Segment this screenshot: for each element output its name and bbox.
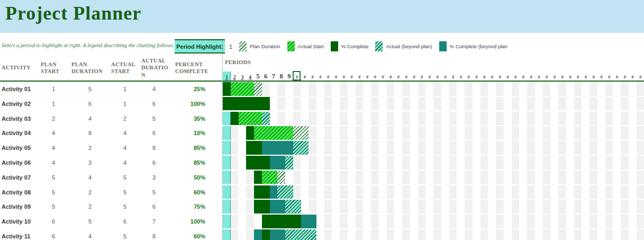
- period-cell[interactable]: #: [465, 72, 473, 81]
- activity-name-cell[interactable]: Activity 02: [2, 97, 39, 112]
- actual-duration-cell[interactable]: 6: [140, 126, 168, 141]
- period-cell[interactable]: #: [387, 72, 395, 81]
- percent-complete-cell[interactable]: 100%: [175, 97, 205, 112]
- period-cell[interactable]: #: [535, 72, 543, 81]
- period-cell[interactable]: #: [621, 72, 629, 81]
- activity-name-cell[interactable]: Activity 09: [2, 200, 39, 215]
- actual-duration-cell[interactable]: 4: [140, 82, 168, 97]
- plan-duration-cell[interactable]: 4: [71, 112, 109, 127]
- activity-name-cell[interactable]: Activity 04: [2, 126, 39, 141]
- period-cell[interactable]: 1: [223, 72, 231, 81]
- period-cell[interactable]: #: [543, 72, 551, 81]
- plan-duration-cell[interactable]: 6: [71, 97, 109, 112]
- actual-start-cell[interactable]: 1: [111, 82, 139, 97]
- plan-duration-cell[interactable]: 5: [71, 215, 109, 229]
- period-cell[interactable]: #: [301, 72, 309, 81]
- period-cell[interactable]: #: [473, 72, 480, 81]
- activity-name-cell[interactable]: Activity 08: [2, 185, 39, 200]
- period-cell[interactable]: #: [629, 72, 637, 81]
- activity-name-cell[interactable]: Activity 06: [2, 156, 39, 171]
- period-cell[interactable]: #: [488, 72, 496, 81]
- period-cell[interactable]: #: [480, 72, 488, 81]
- period-cell[interactable]: #: [512, 72, 520, 81]
- period-cell[interactable]: #: [574, 72, 582, 81]
- period-cell[interactable]: #: [426, 72, 434, 81]
- plan-start-cell[interactable]: 4: [40, 126, 67, 141]
- period-cell[interactable]: #: [356, 72, 364, 81]
- activity-name-cell[interactable]: Activity 07: [2, 171, 39, 185]
- percent-complete-cell[interactable]: 85%: [175, 156, 205, 171]
- period-cell[interactable]: #: [589, 72, 597, 81]
- period-cell[interactable]: 8: [277, 72, 285, 81]
- actual-start-cell[interactable]: 4: [111, 141, 139, 156]
- plan-duration-cell[interactable]: 4: [71, 171, 109, 185]
- plan-start-cell[interactable]: 4: [40, 156, 67, 171]
- period-cell[interactable]: #: [309, 72, 316, 81]
- period-cell[interactable]: #: [449, 72, 457, 81]
- period-cell[interactable]: #: [364, 72, 371, 81]
- plan-start-cell[interactable]: 1: [40, 97, 67, 112]
- percent-complete-cell[interactable]: 25%: [175, 82, 205, 97]
- plan-start-cell[interactable]: 6: [40, 215, 67, 229]
- percent-complete-cell[interactable]: 10%: [175, 126, 205, 141]
- period-cell[interactable]: 6: [262, 72, 270, 81]
- period-cell[interactable]: 5: [254, 72, 262, 81]
- period-cell[interactable]: #: [316, 72, 324, 81]
- period-cell[interactable]: #: [418, 72, 426, 81]
- plan-duration-cell[interactable]: 5: [71, 82, 109, 97]
- plan-start-cell[interactable]: 5: [40, 171, 67, 185]
- activity-name-cell[interactable]: Activity 01: [2, 82, 39, 97]
- actual-duration-cell[interactable]: 6: [140, 156, 168, 171]
- plan-start-cell[interactable]: 5: [40, 185, 67, 200]
- period-cell[interactable]: #: [527, 72, 535, 81]
- plan-duration-cell[interactable]: 2: [71, 185, 109, 200]
- period-cell[interactable]: #: [582, 72, 590, 81]
- period-cell[interactable]: #: [340, 72, 348, 81]
- actual-duration-cell[interactable]: 5: [140, 112, 168, 127]
- plan-start-cell[interactable]: 4: [40, 141, 67, 156]
- percent-complete-cell[interactable]: 100%: [175, 215, 205, 229]
- period-cell[interactable]: 2: [231, 72, 239, 81]
- period-cell[interactable]: #: [551, 72, 559, 81]
- actual-start-cell[interactable]: 4: [111, 126, 139, 141]
- period-cell[interactable]: #: [457, 72, 465, 81]
- actual-start-cell[interactable]: 1: [111, 97, 139, 112]
- percent-complete-cell[interactable]: 35%: [175, 112, 205, 127]
- period-cell[interactable]: 9: [285, 72, 293, 81]
- activity-name-cell[interactable]: Activity 11: [2, 229, 39, 240]
- actual-start-cell[interactable]: 4: [111, 156, 139, 171]
- actual-duration-cell[interactable]: 3: [140, 171, 168, 185]
- period-cell[interactable]: #: [558, 72, 566, 81]
- period-cell[interactable]: #: [332, 72, 340, 81]
- period-cell[interactable]: #: [433, 72, 441, 81]
- period-cell[interactable]: #: [324, 72, 332, 81]
- actual-start-cell[interactable]: 6: [111, 215, 139, 229]
- plan-start-cell[interactable]: 6: [40, 229, 67, 240]
- period-cell[interactable]: #: [597, 72, 605, 81]
- actual-start-cell[interactable]: 5: [111, 200, 139, 215]
- actual-duration-cell[interactable]: 7: [140, 215, 168, 229]
- actual-start-cell[interactable]: 2: [111, 112, 139, 127]
- period-cell[interactable]: #: [613, 72, 621, 81]
- percent-complete-cell[interactable]: 60%: [175, 185, 205, 200]
- period-cell[interactable]: 3: [239, 72, 247, 81]
- percent-complete-cell[interactable]: 60%: [175, 229, 205, 240]
- plan-duration-cell[interactable]: 4: [71, 229, 109, 240]
- activity-name-cell[interactable]: Activity 10: [2, 215, 39, 229]
- plan-duration-cell[interactable]: 8: [71, 126, 109, 141]
- activity-name-cell[interactable]: Activity 03: [2, 112, 39, 127]
- actual-start-cell[interactable]: 5: [111, 229, 139, 240]
- plan-start-cell[interactable]: 5: [40, 200, 67, 215]
- period-cell[interactable]: #: [348, 72, 356, 81]
- activity-name-cell[interactable]: Activity 05: [2, 141, 39, 156]
- period-cell[interactable]: #: [566, 72, 574, 81]
- period-cell[interactable]: #: [605, 72, 613, 81]
- actual-start-cell[interactable]: 5: [111, 171, 139, 185]
- period-cell[interactable]: #: [504, 72, 512, 81]
- plan-duration-cell[interactable]: 2: [71, 141, 109, 156]
- period-cell[interactable]: #: [637, 72, 644, 81]
- plan-duration-cell[interactable]: 3: [71, 156, 109, 171]
- plan-duration-cell[interactable]: 2: [71, 200, 109, 215]
- period-cell[interactable]: #: [410, 72, 418, 81]
- period-cell[interactable]: #: [395, 72, 403, 81]
